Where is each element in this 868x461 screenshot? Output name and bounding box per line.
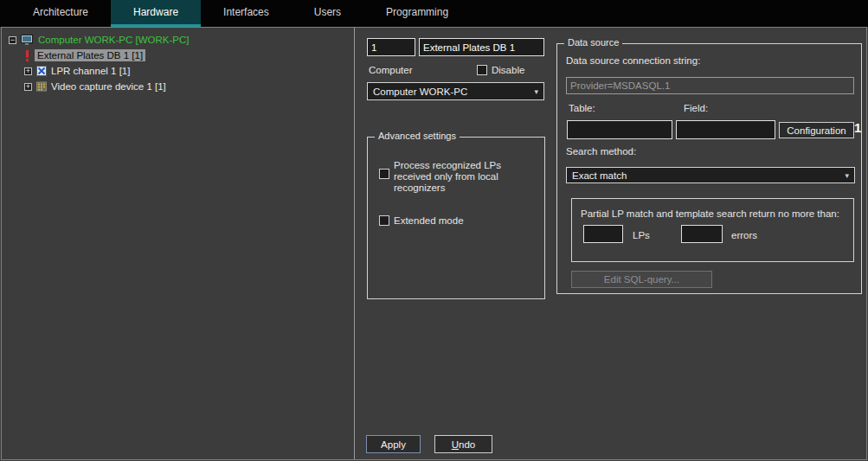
top-tab-bar: Architecture Hardware Interfaces Users P…: [0, 0, 868, 27]
disable-label: Disable: [492, 65, 524, 75]
lps-limit-input[interactable]: [583, 225, 623, 243]
apply-button[interactable]: Apply: [366, 435, 421, 453]
process-recognized-lps-label: Process recognized LPs received only fro…: [394, 160, 534, 194]
process-recognized-lps-checkbox[interactable]: [379, 169, 389, 179]
tab-hardware[interactable]: Hardware: [111, 0, 201, 27]
tree-item-label: Computer WORK-PC [WORK-PC]: [38, 35, 189, 45]
undo-button-label: Undo: [452, 439, 476, 450]
hardware-tree-panel: − Computer WORK-PC [WORK-PC] External Pl…: [2, 28, 355, 459]
connection-string-input[interactable]: [566, 77, 854, 94]
table-input[interactable]: [567, 120, 672, 139]
search-method-label: Search method:: [566, 146, 636, 157]
object-name-input[interactable]: [419, 38, 544, 56]
tree-item-label: External Plates DB 1 [1]: [35, 49, 145, 61]
search-method-value: Exact match: [572, 170, 627, 181]
expand-icon[interactable]: +: [24, 67, 32, 75]
lps-label: LPs: [633, 230, 650, 240]
apply-button-label: Apply: [381, 439, 406, 450]
edit-sql-query-label: Edit SQL-query...: [604, 274, 679, 285]
errors-label: errors: [731, 230, 757, 240]
computer-icon: [21, 35, 34, 45]
tab-users[interactable]: Users: [292, 0, 363, 27]
tab-architecture[interactable]: Architecture: [10, 0, 111, 27]
advanced-settings-title: Advanced settings: [375, 131, 460, 141]
data-source-title: Data source: [564, 37, 622, 48]
tree-item-external-plates-db[interactable]: External Plates DB 1 [1]: [24, 48, 145, 62]
tree-item-label: Video capture device 1 [1]: [51, 81, 166, 92]
partial-match-group: Partial LP match and template search ret…: [571, 198, 854, 262]
search-method-select[interactable]: Exact match ▾: [566, 167, 855, 183]
computer-select[interactable]: Computer WORK-PC ▾: [367, 82, 544, 100]
partial-match-label: Partial LP match and template search ret…: [581, 208, 839, 219]
undo-button[interactable]: Undo: [434, 435, 492, 453]
disable-checkbox[interactable]: [477, 65, 487, 75]
edit-sql-query-button[interactable]: Edit SQL-query...: [571, 271, 712, 288]
tree-item-video-capture-device[interactable]: + Video capture device 1 [1]: [24, 80, 166, 93]
table-label: Table:: [569, 103, 595, 113]
tree-item-computer[interactable]: − Computer WORK-PC [WORK-PC]: [9, 33, 189, 47]
expand-icon[interactable]: +: [24, 83, 32, 91]
data-source-group: Data source Data source connection strin…: [556, 43, 862, 294]
tab-programming[interactable]: Programming: [363, 0, 471, 27]
configuration-button[interactable]: Configuration: [779, 122, 854, 138]
extended-mode-checkbox[interactable]: [379, 215, 389, 226]
object-id-input[interactable]: [367, 38, 415, 56]
annotation-marker-1: 1: [854, 120, 861, 135]
tree-item-lpr-channel[interactable]: + LPR channel 1 [1]: [24, 64, 130, 78]
lpr-channel-icon: [36, 66, 47, 76]
field-label: Field:: [684, 103, 708, 113]
computer-select-value: Computer WORK-PC: [373, 86, 467, 97]
tab-interfaces[interactable]: Interfaces: [201, 0, 292, 27]
chevron-down-icon: ▾: [845, 171, 849, 180]
configuration-button-label: Configuration: [787, 125, 845, 136]
video-capture-device-icon: [36, 81, 47, 92]
extended-mode-label: Extended mode: [394, 215, 464, 226]
tree-item-label: LPR channel 1 [1]: [51, 66, 130, 76]
collapse-icon[interactable]: −: [9, 36, 16, 44]
chevron-down-icon: ▾: [534, 87, 538, 96]
advanced-settings-group: Advanced settings Process recognized LPs…: [367, 137, 545, 299]
field-input[interactable]: [676, 120, 775, 139]
connection-string-label: Data source connection string:: [566, 55, 700, 66]
exclamation-icon: [24, 50, 30, 61]
computer-label: Computer: [369, 65, 413, 75]
errors-limit-input[interactable]: [681, 225, 723, 243]
